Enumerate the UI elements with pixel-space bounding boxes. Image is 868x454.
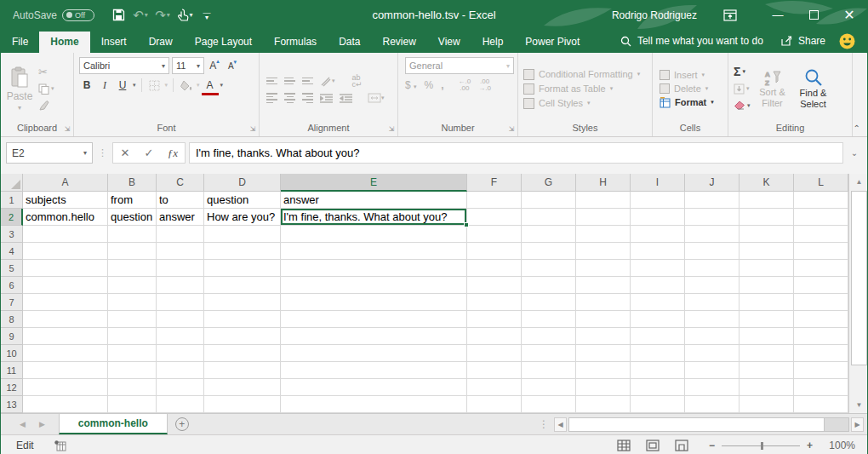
cell-A13[interactable] bbox=[23, 396, 108, 413]
cell-E5[interactable] bbox=[281, 260, 467, 277]
sheet-tab-common-hello[interactable]: common-hello bbox=[59, 414, 168, 434]
cell-H4[interactable] bbox=[576, 243, 631, 260]
insert-function-button[interactable]: ƒx bbox=[161, 147, 185, 160]
cell-L8[interactable] bbox=[794, 311, 848, 328]
cell-E4[interactable] bbox=[281, 243, 467, 260]
cell-D4[interactable] bbox=[204, 243, 281, 260]
vertical-scroll-track[interactable] bbox=[849, 366, 868, 397]
scroll-right-button[interactable]: ▶ bbox=[851, 417, 864, 432]
percent-style-button[interactable]: % bbox=[425, 79, 434, 91]
cut-button[interactable]: ✂ bbox=[38, 65, 54, 78]
cell-F13[interactable] bbox=[467, 396, 522, 413]
cell-K5[interactable] bbox=[740, 260, 794, 277]
cell-E6[interactable] bbox=[281, 277, 467, 294]
page-break-preview-button[interactable] bbox=[675, 440, 688, 451]
cell-B6[interactable] bbox=[108, 277, 157, 294]
cell-A5[interactable] bbox=[23, 260, 108, 277]
cell-K10[interactable] bbox=[740, 345, 794, 362]
cell-G8[interactable] bbox=[522, 311, 576, 328]
cell-I12[interactable] bbox=[631, 379, 685, 396]
cell-D10[interactable] bbox=[204, 345, 281, 362]
cell-K2[interactable] bbox=[740, 209, 794, 226]
cell-C2[interactable]: answer bbox=[157, 209, 204, 226]
cell-B5[interactable] bbox=[108, 260, 157, 277]
zoom-level[interactable]: 100% bbox=[825, 440, 855, 451]
cell-K11[interactable] bbox=[740, 362, 794, 379]
cell-D6[interactable] bbox=[204, 277, 281, 294]
cell-H12[interactable] bbox=[576, 379, 631, 396]
increase-indent-button[interactable] bbox=[340, 94, 352, 103]
cell-E3[interactable] bbox=[281, 226, 467, 243]
cell-G12[interactable] bbox=[522, 379, 576, 396]
cell-E9[interactable] bbox=[281, 328, 467, 345]
horizontal-scrollbar[interactable]: ◀ ▶ bbox=[554, 414, 867, 434]
cell-D8[interactable] bbox=[204, 311, 281, 328]
font-size-combo[interactable]: 11▾ bbox=[172, 57, 204, 74]
cell-C6[interactable] bbox=[157, 277, 204, 294]
cell-C5[interactable] bbox=[157, 260, 204, 277]
cell-E8[interactable] bbox=[281, 311, 467, 328]
cell-A11[interactable] bbox=[23, 362, 108, 379]
save-button[interactable] bbox=[108, 4, 128, 26]
cell-E12[interactable] bbox=[281, 379, 467, 396]
cell-K13[interactable] bbox=[740, 396, 794, 413]
middle-align-button[interactable] bbox=[284, 78, 295, 85]
cell-H5[interactable] bbox=[576, 260, 631, 277]
sheetbar-splitter[interactable]: ⋮ bbox=[534, 414, 554, 434]
cell-K8[interactable] bbox=[740, 311, 794, 328]
cell-K7[interactable] bbox=[740, 294, 794, 311]
cell-D12[interactable] bbox=[204, 379, 281, 396]
cell-F5[interactable] bbox=[467, 260, 522, 277]
cell-A10[interactable] bbox=[23, 345, 108, 362]
cell-I8[interactable] bbox=[631, 311, 685, 328]
column-header-G[interactable]: G bbox=[522, 174, 576, 192]
undo-caret-icon[interactable]: ▾ bbox=[145, 11, 148, 19]
cell-H7[interactable] bbox=[576, 294, 631, 311]
cell-G5[interactable] bbox=[522, 260, 576, 277]
column-header-D[interactable]: D bbox=[204, 174, 281, 192]
cell-B2[interactable]: question bbox=[108, 209, 157, 226]
cell-L1[interactable] bbox=[794, 192, 848, 209]
zoom-slider-thumb[interactable] bbox=[761, 442, 763, 450]
row-header-1[interactable]: 1 bbox=[1, 192, 23, 209]
tab-insert[interactable]: Insert bbox=[90, 32, 138, 53]
horizontal-scroll-thumb[interactable] bbox=[569, 418, 825, 431]
tab-power-pivot[interactable]: Power Pivot bbox=[514, 32, 591, 53]
cell-E7[interactable] bbox=[281, 294, 467, 311]
redo-button[interactable]: ↷▾ bbox=[152, 4, 173, 26]
cell-J6[interactable] bbox=[685, 277, 740, 294]
cell-L5[interactable] bbox=[794, 260, 848, 277]
row-header-5[interactable]: 5 bbox=[1, 260, 23, 277]
zoom-in-button[interactable]: + bbox=[807, 440, 813, 451]
italic-button[interactable]: I bbox=[97, 78, 112, 93]
minimize-button[interactable]: — bbox=[760, 0, 796, 30]
autosum-button[interactable]: Σ▾ bbox=[734, 65, 751, 79]
next-sheet-button[interactable]: ▶ bbox=[39, 420, 45, 428]
tab-home[interactable]: Home bbox=[39, 32, 89, 53]
cell-F8[interactable] bbox=[467, 311, 522, 328]
cell-C13[interactable] bbox=[157, 396, 204, 413]
tab-file[interactable]: File bbox=[1, 32, 39, 53]
align-left-button[interactable] bbox=[266, 93, 277, 103]
cell-F1[interactable] bbox=[467, 192, 522, 209]
scroll-down-button[interactable]: ▼ bbox=[849, 397, 868, 413]
column-header-L[interactable]: L bbox=[794, 174, 848, 192]
merge-center-button[interactable]: ▾ bbox=[368, 93, 385, 103]
feedback-smiley-icon[interactable] bbox=[839, 33, 855, 49]
cell-F12[interactable] bbox=[467, 379, 522, 396]
cell-J10[interactable] bbox=[685, 345, 740, 362]
cell-B9[interactable] bbox=[108, 328, 157, 345]
decrease-decimal-button[interactable]: .00→.0 bbox=[478, 78, 491, 92]
font-color-button[interactable]: A bbox=[203, 78, 218, 93]
cell-I3[interactable] bbox=[631, 226, 685, 243]
cell-H10[interactable] bbox=[576, 345, 631, 362]
cell-F4[interactable] bbox=[467, 243, 522, 260]
cell-B1[interactable]: from bbox=[108, 192, 157, 209]
cell-D7[interactable] bbox=[204, 294, 281, 311]
cell-E1[interactable]: answer bbox=[281, 192, 467, 209]
cell-I7[interactable] bbox=[631, 294, 685, 311]
cell-G4[interactable] bbox=[522, 243, 576, 260]
tab-page-layout[interactable]: Page Layout bbox=[184, 32, 263, 53]
font-color-caret-icon[interactable]: ▾ bbox=[220, 82, 224, 89]
column-header-A[interactable]: A bbox=[23, 174, 108, 192]
